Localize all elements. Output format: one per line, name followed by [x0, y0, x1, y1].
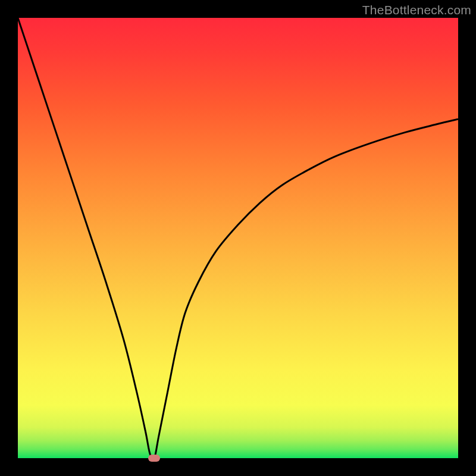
bottleneck-curve: [18, 18, 458, 458]
curve-path: [18, 18, 458, 458]
minimum-marker: [148, 455, 160, 462]
watermark-text: TheBottleneck.com: [362, 3, 471, 17]
plot-area: [18, 18, 458, 458]
chart-frame: TheBottleneck.com: [0, 0, 476, 476]
